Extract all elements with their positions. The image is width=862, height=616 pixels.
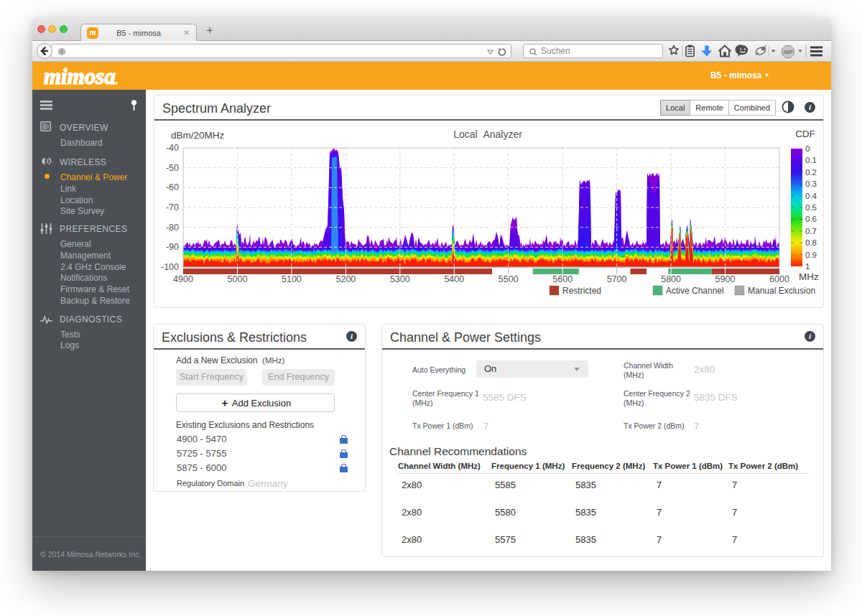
svg-text:1: 1 <box>805 262 810 271</box>
svg-text:0.9: 0.9 <box>805 251 817 259</box>
svg-text:0.7: 0.7 <box>805 227 817 235</box>
svg-text:-40: -40 <box>166 143 179 153</box>
svg-text:0.1: 0.1 <box>805 156 817 164</box>
svg-text:Restricted: Restricted <box>562 286 601 296</box>
svg-text:-70: -70 <box>166 202 179 213</box>
svg-text:5300: 5300 <box>390 274 410 284</box>
svg-text:CDF: CDF <box>795 129 815 139</box>
svg-text:0.5: 0.5 <box>805 203 817 212</box>
svg-text:Local Analyzer: Local Analyzer <box>453 129 522 140</box>
svg-text:-100: -100 <box>161 262 179 272</box>
svg-text:-50: -50 <box>166 163 179 173</box>
svg-text:Active Channel: Active Channel <box>666 286 724 296</box>
svg-text:-90: -90 <box>166 242 179 252</box>
svg-text:0.4: 0.4 <box>805 192 817 200</box>
svg-text:5200: 5200 <box>335 274 356 284</box>
svg-text:MHz: MHz <box>799 271 819 282</box>
svg-text:0.3: 0.3 <box>805 179 817 188</box>
svg-text:5900: 5900 <box>715 274 736 284</box>
svg-text:dBm/20MHz: dBm/20MHz <box>171 130 225 141</box>
svg-text:6000: 6000 <box>769 274 789 284</box>
svg-text:Manual Exclusion: Manual Exclusion <box>748 286 815 296</box>
svg-text:0.8: 0.8 <box>805 238 817 247</box>
svg-text:0.6: 0.6 <box>805 215 817 223</box>
svg-text:-80: -80 <box>166 223 179 233</box>
svg-text:5000: 5000 <box>228 274 248 284</box>
svg-text:0.2: 0.2 <box>805 168 817 177</box>
svg-text:5100: 5100 <box>282 274 302 284</box>
svg-text:5700: 5700 <box>607 274 627 284</box>
svg-text:4900: 4900 <box>173 274 193 284</box>
svg-text:5400: 5400 <box>444 274 464 284</box>
svg-text:ABP: ABP <box>783 50 793 55</box>
svg-text:-60: -60 <box>166 182 179 192</box>
svg-text:5600: 5600 <box>552 274 573 284</box>
svg-text:5800: 5800 <box>661 274 681 284</box>
svg-text:5500: 5500 <box>499 274 519 284</box>
svg-text:0: 0 <box>805 144 810 153</box>
